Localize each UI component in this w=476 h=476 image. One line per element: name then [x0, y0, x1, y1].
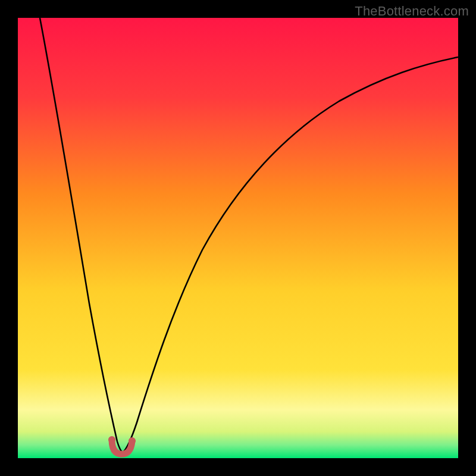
bottleneck-curve: [18, 18, 458, 458]
watermark-text: TheBottleneck.com: [355, 4, 469, 19]
curve-left-branch: [40, 18, 123, 453]
curve-right-branch: [123, 57, 458, 453]
minimum-marker-dot-left: [108, 436, 115, 443]
minimum-marker-dot-right: [129, 437, 136, 444]
plot-frame: [18, 18, 458, 458]
